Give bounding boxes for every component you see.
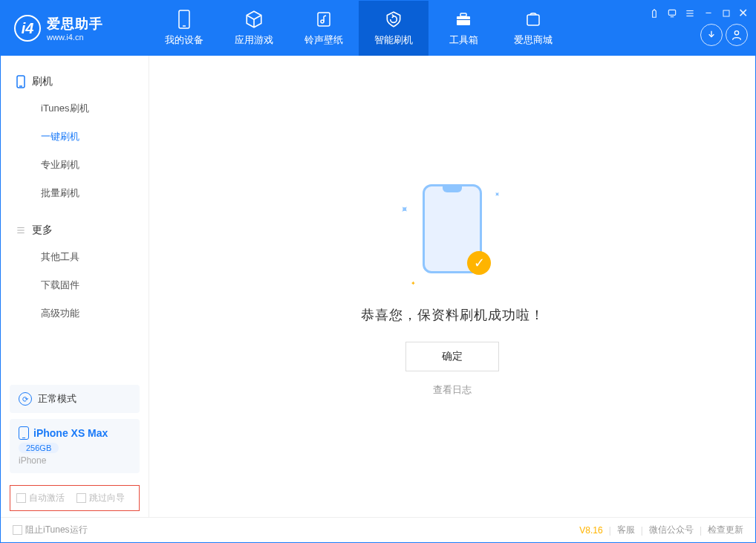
logo-icon: i4	[14, 15, 41, 42]
sync-icon: ⟳	[19, 392, 32, 406]
version-label: V8.16	[579, 525, 602, 536]
svg-point-15	[734, 31, 738, 35]
app-title: 爱思助手	[47, 15, 103, 33]
check-badge-icon: ✓	[467, 251, 491, 275]
sparkle-icon: ✦	[411, 280, 416, 287]
device-info-card[interactable]: iPhone XS Max 256GB iPhone	[10, 419, 140, 473]
sidebar-item-other-tools[interactable]: 其他工具	[1, 243, 149, 271]
nav-tab-flash[interactable]: 智能刷机	[359, 1, 428, 56]
svg-rect-10	[457, 16, 470, 25]
nav-tab-label: 应用游戏	[235, 33, 273, 47]
download-button[interactable]	[700, 24, 723, 46]
svg-rect-11	[460, 13, 466, 16]
list-icon	[16, 225, 26, 235]
maximize-button[interactable]	[722, 9, 731, 18]
nav-tab-label: 铃声壁纸	[304, 33, 343, 47]
sparkle-icon: ✦	[492, 189, 501, 198]
sidebar-item-oneclick-flash[interactable]: 一键刷机	[1, 123, 149, 151]
user-button[interactable]	[726, 24, 748, 46]
footer-right: V8.16 | 客服 | 微信公众号 | 检查更新	[579, 524, 743, 536]
menu-icon[interactable]	[685, 8, 695, 19]
block-itunes-checkbox[interactable]: 阻止iTunes运行	[13, 524, 88, 536]
theme-icon[interactable]	[649, 8, 659, 19]
svg-rect-0	[668, 10, 675, 15]
svg-rect-12	[457, 19, 470, 20]
sidebar-item-pro-flash[interactable]: 专业刷机	[1, 151, 149, 179]
titlebar: － ✕ i4 爱思助手 www.i4.cn 我的设备	[1, 1, 755, 56]
mode-label: 正常模式	[38, 392, 76, 406]
checkbox-label: 阻止iTunes运行	[25, 524, 88, 536]
window-controls-top: － ✕	[649, 5, 748, 21]
sidebar-checkboxes: 自动激活 跳过向导	[10, 485, 140, 511]
store-icon	[524, 10, 543, 29]
sidebar-item-download-firmware[interactable]: 下载固件	[1, 271, 149, 299]
svg-rect-4	[723, 10, 729, 16]
svg-rect-13	[527, 15, 539, 25]
toolbox-icon	[454, 10, 473, 29]
nav-tab-toolbox[interactable]: 工具箱	[428, 1, 498, 56]
device-icon	[175, 10, 194, 29]
nav-tab-label: 我的设备	[165, 33, 203, 47]
view-log-link[interactable]: 查看日志	[433, 383, 472, 397]
sparkle-icon: ✦	[397, 202, 412, 217]
separator: |	[700, 525, 702, 536]
section-title: 更多	[32, 224, 53, 237]
feedback-icon[interactable]	[667, 8, 677, 19]
support-link[interactable]: 客服	[617, 524, 635, 536]
footer: 阻止iTunes运行 V8.16 | 客服 | 微信公众号 | 检查更新	[1, 517, 755, 542]
checkbox-icon	[13, 525, 22, 535]
nav-tabs: 我的设备 应用游戏 铃声壁纸 智能刷机	[149, 1, 568, 56]
checkbox-label: 自动激活	[29, 492, 65, 504]
device-type: iPhone	[19, 455, 131, 466]
device-capacity: 256GB	[19, 443, 59, 453]
sidebar-section-more: 更多	[1, 218, 149, 243]
nav-tab-label: 爱思商城	[514, 33, 553, 47]
skip-guide-checkbox[interactable]: 跳过向导	[76, 492, 125, 504]
section-title: 刷机	[32, 75, 53, 88]
sidebar-item-advanced[interactable]: 高级功能	[1, 299, 149, 328]
checkbox-label: 跳过向导	[89, 492, 125, 504]
checkbox-icon	[16, 493, 26, 503]
cube-icon	[244, 10, 264, 29]
nav-tab-my-device[interactable]: 我的设备	[149, 1, 219, 56]
wechat-link[interactable]: 微信公众号	[649, 524, 694, 536]
nav-tab-store[interactable]: 爱思商城	[498, 1, 568, 56]
sidebar-item-batch-flash[interactable]: 批量刷机	[1, 179, 149, 207]
logo-text: 爱思助手 www.i4.cn	[47, 15, 103, 42]
phone-icon	[16, 75, 26, 88]
success-illustration: ✦ ✦ ✦ ✓	[400, 177, 504, 288]
svg-point-9	[321, 20, 324, 23]
minimize-button[interactable]: －	[703, 5, 714, 21]
separator: |	[641, 525, 643, 536]
sidebar-item-itunes-flash[interactable]: iTunes刷机	[1, 94, 149, 123]
refresh-icon	[384, 10, 403, 29]
check-update-link[interactable]: 检查更新	[708, 524, 743, 536]
status-message: 恭喜您，保资料刷机成功啦！	[361, 306, 544, 324]
checkbox-icon	[76, 493, 86, 503]
logo-area: i4 爱思助手 www.i4.cn	[1, 15, 149, 42]
music-icon	[314, 10, 333, 29]
sidebar: 刷机 iTunes刷机 一键刷机 专业刷机 批量刷机 更多 其他工具 下载固件 …	[1, 56, 149, 517]
nav-tab-apps[interactable]: 应用游戏	[219, 1, 289, 56]
device-name: iPhone XS Max	[33, 427, 108, 439]
main-content: ✦ ✦ ✦ ✓ 恭喜您，保资料刷机成功啦！ 确定 查看日志	[149, 56, 755, 517]
close-button[interactable]: ✕	[738, 6, 748, 20]
sidebar-section-flash: 刷机	[1, 69, 149, 94]
nav-tab-ringtones[interactable]: 铃声壁纸	[289, 1, 359, 56]
app-website: www.i4.cn	[47, 33, 103, 42]
auto-activate-checkbox[interactable]: 自动激活	[16, 492, 65, 504]
device-mode-card[interactable]: ⟳ 正常模式	[10, 385, 140, 413]
nav-tab-label: 工具箱	[449, 33, 478, 47]
ok-button[interactable]: 确定	[405, 342, 499, 371]
body: 刷机 iTunes刷机 一键刷机 专业刷机 批量刷机 更多 其他工具 下载固件 …	[1, 56, 755, 517]
app-window: － ✕ i4 爱思助手 www.i4.cn 我的设备	[0, 0, 756, 543]
separator: |	[609, 525, 611, 536]
nav-tab-label: 智能刷机	[374, 33, 413, 47]
phone-mini-icon	[19, 426, 29, 440]
